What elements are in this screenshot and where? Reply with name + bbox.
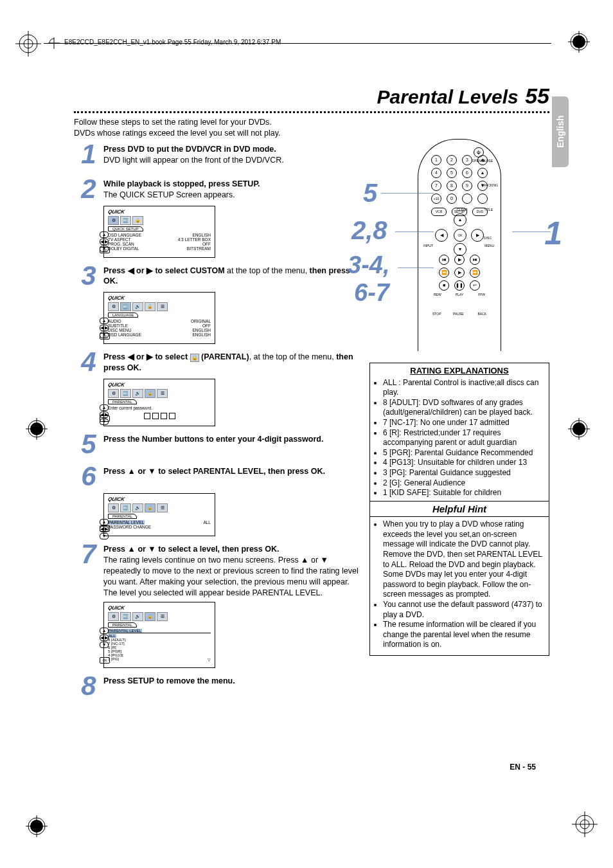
osd-val: ALL <box>203 520 211 525</box>
callout-5: 5 <box>363 179 377 208</box>
osd-val: ORIGINAL <box>191 319 211 323</box>
osd-val: ENGLISH <box>192 233 211 237</box>
rew-icon: ⏪ <box>439 267 449 278</box>
osd-key: PARENTAL LEVEL <box>108 520 145 525</box>
step-8-number: 8 <box>74 673 103 699</box>
next-track-icon: ⏭ <box>470 255 480 265</box>
step-7-bold: Press ▲ or ▼ to select a level, then pre… <box>103 545 279 554</box>
stop-icon: ■ <box>439 280 449 291</box>
osd-folder: LANGUAGE <box>108 312 138 318</box>
step-1-bold: Press DVD to put the DVD/VCR in DVD mode… <box>103 145 276 154</box>
lbl-rew: REW <box>434 293 441 296</box>
tab-icon: ☰ <box>157 612 168 621</box>
rating-explanations-box: RATING EXPLANATIONS ALL : Parental Contr… <box>369 363 549 656</box>
tab-icon: 🔊 <box>132 389 143 398</box>
tab-icon: ⚙ <box>108 216 119 225</box>
osd-folder: PARENTAL <box>108 514 137 519</box>
tab-icon: 🔤 <box>120 612 131 621</box>
osd-val: ENGLISH <box>192 328 211 332</box>
play2-icon: ▶ <box>454 267 465 278</box>
power-icon: ⏻ <box>474 147 484 158</box>
step-4-bold-b: (PARENTAL) <box>199 352 249 361</box>
lbl-stop: STOP <box>432 312 441 316</box>
steps-column: 1 Press DVD to put the DVD/VCR in DVD mo… <box>74 139 364 700</box>
step-5: 5 Press the Number buttons to enter your… <box>74 431 364 457</box>
osd-val: 4:3 LETTER BOX <box>178 237 211 242</box>
rating-item: 6 [R]: Restricted;under 17 requires acco… <box>383 428 545 448</box>
osd-language: QUICK ⚙🔤🔊🔒☰ LANGUAGE AUDIOORIGINAL SUBTI… <box>103 292 215 344</box>
prev-track-icon: ⏮ <box>439 255 449 265</box>
remote-btn-0: 0 <box>447 194 457 204</box>
osd-key: OSD LANGUAGE <box>108 233 141 237</box>
page-title: Parental Levels <box>377 86 519 107</box>
tab-icon: 🔤 <box>120 216 131 225</box>
regmark-br <box>572 811 598 837</box>
page-number: 55 <box>525 84 549 108</box>
tab-icon: ☰ <box>157 389 168 398</box>
tab-icon: 🔤 <box>120 389 131 398</box>
osd-quick-setup: QUICK ⚙🔤🔒 QUICK SETUP OSD LANGUAGEENGLIS… <box>103 206 215 258</box>
lbl-input: INPUT <box>423 244 433 248</box>
osd-key: PROG. SCAN <box>108 242 134 246</box>
step-1-number: 1 <box>74 141 103 167</box>
tab-icon: ⚙ <box>108 503 119 512</box>
osd-key: PASSWORD CHANGE <box>108 525 151 529</box>
tab-icon: 🔒 <box>145 389 155 398</box>
rating-item: 5 [PGR]: Parental Guidance Recommended <box>383 448 545 458</box>
step-3: 3 Press ◀ or ▶ to select CUSTOM at the t… <box>74 263 364 289</box>
regmark-bl <box>26 815 48 837</box>
step-7-number: 7 <box>74 541 103 567</box>
rating-item: 2 [G]: General Audience <box>383 478 545 489</box>
remote-btn-5: 5 <box>447 168 457 178</box>
remote-btn-1: 1 <box>431 155 441 165</box>
parental-icon: 🔒 <box>190 354 199 362</box>
tab-icon: 🔤 <box>120 302 131 311</box>
lbl-tracking: TRACKING <box>481 183 498 187</box>
up-arrow-icon: ▲ <box>454 213 466 226</box>
step-6-bold: Press ▲ or ▼ to select PARENTAL LEVEL, t… <box>103 467 325 476</box>
regmark-tr <box>568 31 590 53</box>
step-5-bold: Press the Number buttons to enter your 4… <box>103 435 323 444</box>
step-1: 1 Press DVD to put the DVD/VCR in DVD mo… <box>74 141 364 167</box>
step-4-bold-a: Press ◀ or ▶ to select <box>103 352 190 361</box>
play-icon: ▶ <box>454 255 465 265</box>
osd-logo: QUICK <box>107 496 125 502</box>
step-6: 6 Press ▲ or ▼ to select PARENTAL LEVEL,… <box>74 464 364 489</box>
tab-icon: ⚙ <box>108 389 119 398</box>
pause-icon: ❚❚ <box>454 280 465 291</box>
osd-header: PARENTAL LEVEL <box>108 629 142 633</box>
lbl-back: BACK <box>477 312 486 316</box>
callout-6-7: 6-7 <box>354 279 389 307</box>
ok-icon: OK <box>100 525 110 532</box>
language-tab: English <box>552 96 569 167</box>
remote-btn-2: 2 <box>447 155 457 165</box>
lbl-play: PLAY <box>456 293 463 296</box>
osd-parental-pw: QUICK ⚙🔤🔊🔒☰ PARENTAL Enter current passw… <box>103 379 215 426</box>
tab-icon: 🔊 <box>132 612 143 621</box>
helpful-hint-header: Helpful Hint <box>370 501 549 518</box>
right-arrow-icon: ▶ <box>471 229 484 242</box>
remote-btn-p10: +10 <box>431 194 441 204</box>
callout-1: 1 <box>544 215 562 252</box>
hint-item: You cannot use the default password (473… <box>383 600 545 620</box>
osd-msg: Enter current password. <box>108 406 211 410</box>
remote-btn-9: 9 <box>462 181 472 191</box>
remote-btn-4: 4 <box>431 168 441 178</box>
side-arrows-icon: ▲◀ ▶▼ <box>100 627 109 649</box>
ok-icon: OK <box>100 247 110 253</box>
step-3-bold-a: Press ◀ or ▶ to select CUSTOM <box>103 266 225 275</box>
step-4-number: 4 <box>74 349 103 375</box>
osd-logo: QUICK <box>107 605 125 611</box>
page-title-row: Parental Levels 55 <box>74 84 549 109</box>
rating-item: 4 [PG13]: Unsuitable for children under … <box>383 458 545 468</box>
osd-key: OSD LANGUAGE <box>108 332 141 337</box>
osd-key: DISC MENU <box>108 328 131 332</box>
osd-folder: PARENTAL <box>108 622 137 628</box>
step-2-number: 2 <box>74 176 103 202</box>
hint-list: When you try to play a DVD whose rating … <box>374 520 545 650</box>
footer-page: EN - 55 <box>510 763 536 772</box>
down-arrow-icon: ▼ <box>454 243 466 256</box>
lbl-ffw: FFW <box>478 293 485 296</box>
rating-item: 1 [KID SAFE]: Suitable for children <box>383 488 545 498</box>
regmark-mr <box>568 418 590 440</box>
